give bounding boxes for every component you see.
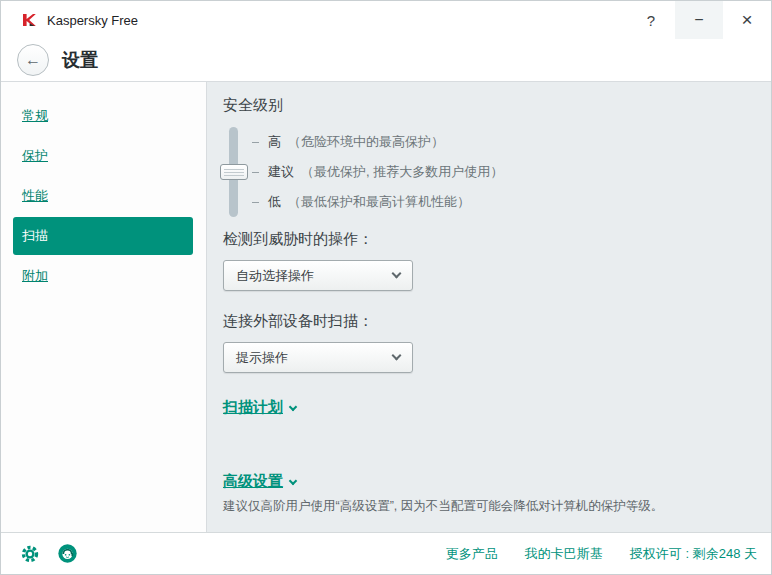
app-title: Kaspersky Free [47,13,138,28]
sidebar-item-performance[interactable]: 性能 [1,176,206,216]
external-scan-value: 提示操作 [236,349,393,367]
level-name: 建议 [268,163,294,181]
chevron-down-icon [289,476,297,484]
level-description: （最优保护, 推荐大多数用户使用） [301,163,503,181]
chevron-down-icon [392,351,402,361]
sidebar-item-additional[interactable]: 附加 [1,256,206,296]
advanced-settings-link[interactable]: 高级设置 [223,472,283,491]
security-level-labels: 高 （危险环境中的最高保护） 建议 （最优保护, 推荐大多数用户使用） 低 （最… [252,127,503,217]
settings-sidebar: 常规 保护 性能 扫描 附加 [1,82,207,532]
kaspersky-logo-icon [21,12,37,28]
threat-action-value: 自动选择操作 [236,267,393,285]
sidebar-item-protection[interactable]: 保护 [1,136,206,176]
threat-action-select[interactable]: 自动选择操作 [223,260,413,291]
kaspersky-settings-window: Kaspersky Free ? − × ← 设置 常规 保护 性能 扫描 附加… [0,0,772,575]
threat-action-label: 检测到威胁时的操作： [223,230,751,249]
titlebar: Kaspersky Free ? − × [1,1,771,39]
external-scan-select[interactable]: 提示操作 [223,342,413,373]
chevron-down-icon [392,269,402,279]
page-header: ← 设置 [1,39,771,82]
external-scan-label: 连接外部设备时扫描： [223,312,751,331]
advanced-settings-note: 建议仅高阶用户使用“高级设置”, 因为不当配置可能会降低对计算机的保护等级。 [223,498,751,515]
scan-settings-panel: 安全级别 高 （危险环境中的最高保护） 建议 （最优保护, 推荐大多数用户使用） [207,82,771,532]
slider-handle[interactable] [220,164,248,180]
footer-bar: 更多产品 我的卡巴斯基 授权许可 : 剩余248 天 [1,532,771,574]
page-title: 设置 [62,48,98,72]
security-level-control: 高 （危险环境中的最高保护） 建议 （最优保护, 推荐大多数用户使用） 低 （最… [229,123,751,217]
level-description: （危险环境中的最高保护） [288,133,444,151]
security-level-high: 高 （危险环境中的最高保护） [252,127,503,157]
settings-gear-icon[interactable] [19,543,41,565]
minimize-button[interactable]: − [675,1,723,39]
tick-mark [252,142,259,143]
support-agent-icon[interactable] [56,543,78,565]
back-button[interactable]: ← [17,44,49,76]
footer-links: 更多产品 我的卡巴斯基 授权许可 : 剩余248 天 [446,545,757,563]
level-description: （最低保护和最高计算机性能） [288,193,470,211]
tick-mark [252,172,259,173]
license-info-link[interactable]: 授权许可 : 剩余248 天 [630,545,757,563]
tick-mark [252,202,259,203]
window-controls: ? − × [627,1,771,39]
sidebar-item-general[interactable]: 常规 [1,96,206,136]
help-button[interactable]: ? [627,1,675,39]
scan-schedule-link[interactable]: 扫描计划 [223,398,283,417]
sidebar-item-scan[interactable]: 扫描 [13,217,193,255]
security-level-title: 安全级别 [223,96,751,115]
level-name: 高 [268,133,281,151]
security-level-slider[interactable] [229,127,238,217]
chevron-down-icon [289,402,297,410]
security-level-recommended: 建议 （最优保护, 推荐大多数用户使用） [252,157,503,187]
my-kaspersky-link[interactable]: 我的卡巴斯基 [525,545,603,563]
settings-body: 常规 保护 性能 扫描 附加 安全级别 高 （危险环境中的最高保护） [1,82,771,532]
more-products-link[interactable]: 更多产品 [446,545,498,563]
security-level-low: 低 （最低保护和最高计算机性能） [252,187,503,217]
level-name: 低 [268,193,281,211]
back-arrow-icon: ← [25,51,41,69]
close-button[interactable]: × [723,1,771,39]
